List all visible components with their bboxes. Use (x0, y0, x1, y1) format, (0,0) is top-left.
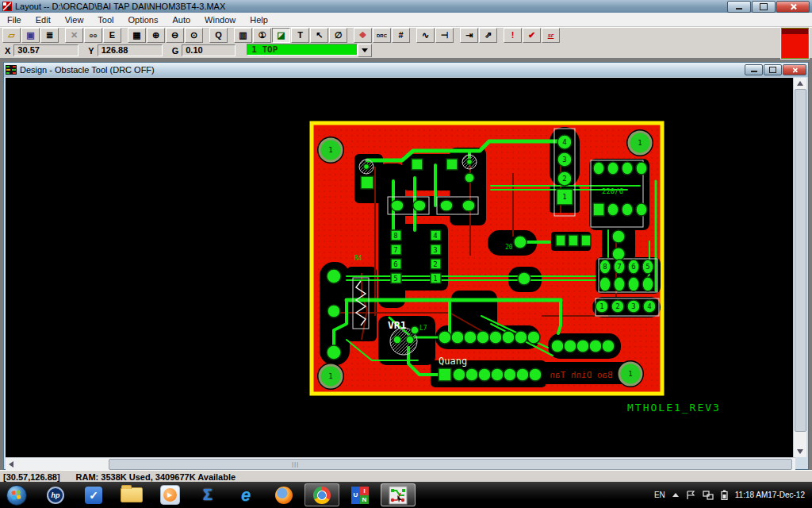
minimize-button[interactable] (727, 1, 751, 13)
author-mirrored-label: Bao Dinh Tan (550, 370, 612, 380)
window-title: Layout -- D:\ORCAD\BAI TAP DAI\NHOM3BT4-… (15, 2, 225, 11)
action-center-button[interactable] (686, 491, 695, 500)
taskbar-item-media-player[interactable]: ▶ (152, 483, 187, 506)
svg-text:1: 1 (638, 139, 642, 147)
menu-bar: File Edit View Tool Options Auto Window … (0, 13, 812, 27)
taskbar-item-sigma[interactable]: Σ (190, 483, 225, 506)
pin-tool-button[interactable]: ① (253, 28, 271, 43)
svg-text:1: 1 (328, 146, 332, 154)
hidden-icons-button[interactable] (672, 493, 679, 497)
system-tray: EN 11:18 AM 17-Dec-12 (654, 490, 812, 500)
taskbar-item-explorer[interactable] (114, 483, 149, 506)
media-player-icon: ▶ (160, 485, 180, 505)
query-button[interactable]: Q (209, 28, 228, 43)
clock[interactable]: 11:18 AM 17-Dec-12 (735, 491, 805, 500)
sigma-icon: Σ (203, 486, 213, 504)
obstacle-tool-button[interactable]: ◪ (272, 28, 290, 43)
taskbar-item-chrome[interactable] (304, 483, 339, 506)
taskbar-item-unikey[interactable]: U I N (343, 483, 377, 506)
menu-tool[interactable]: Tool (90, 14, 121, 25)
horizontal-scrollbar[interactable]: ||| (6, 457, 795, 470)
edit-button[interactable]: E (103, 28, 121, 43)
checkmark-icon: ✓ (85, 487, 102, 504)
connection-tool-button[interactable]: ↖ (310, 28, 328, 43)
vertical-scrollbar[interactable] (793, 78, 806, 457)
zoom-all-button[interactable]: ⊙ (185, 28, 203, 43)
toolbar: ▱ ▣ ≣ ✕ ⊙⊙ E ▦ ⊕ ⊖ ⊙ Q ▥ ① ◪ T ↖ ∅ ❖ DRC… (0, 27, 812, 43)
zoom-in-button[interactable]: ⊕ (147, 28, 165, 43)
save-button[interactable]: ▣ (21, 28, 40, 43)
svg-text:3: 3 (562, 156, 566, 164)
open-button[interactable]: ▱ (2, 28, 21, 43)
design-restore-button[interactable] (764, 64, 782, 75)
quang-label: Quang (439, 356, 467, 367)
shove-track-button[interactable]: ∿ (416, 28, 435, 43)
network-icon (703, 491, 714, 500)
scroll-left-icon[interactable] (9, 461, 13, 468)
network-button[interactable] (703, 491, 714, 500)
design-minimize-button[interactable] (745, 64, 763, 75)
maximize-button[interactable] (752, 1, 776, 13)
error-markers-button[interactable]: ! (504, 28, 522, 43)
reconnect-mode-button[interactable]: # (392, 28, 410, 43)
design-window-title-bar: Design - Obstacle Tool (DRC OFF) (4, 63, 808, 77)
color-settings-button[interactable]: ❖ (354, 28, 372, 43)
chevron-up-icon (672, 493, 679, 497)
taskbar-item-hp[interactable]: hp (38, 483, 73, 506)
svg-text:7: 7 (617, 263, 621, 271)
taskbar-item-firefox[interactable] (266, 483, 301, 506)
unikey-icon: U I N (351, 487, 369, 504)
slide-mode-button[interactable]: ⇗ (479, 28, 497, 43)
svg-text:6: 6 (631, 263, 635, 271)
design-close-button[interactable] (783, 64, 806, 75)
menu-options[interactable]: Options (121, 14, 166, 25)
horizontal-scrollbar-thumb[interactable]: ||| (109, 459, 792, 470)
battery-button[interactable] (721, 490, 728, 500)
edit-segment-button[interactable]: ⊣ (435, 28, 454, 43)
drc-check-button[interactable]: ✔ (523, 28, 541, 43)
start-button[interactable] (6, 485, 27, 506)
delete-button[interactable]: ✕ (65, 28, 83, 43)
sf-button[interactable]: SF (542, 28, 560, 43)
svg-text:3: 3 (433, 246, 437, 254)
scroll-up-icon[interactable] (797, 81, 803, 86)
text-tool-button[interactable]: T (291, 28, 309, 43)
layer-dropdown-button[interactable] (358, 44, 372, 57)
error-tool-button[interactable]: ∅ (329, 28, 347, 43)
l7-label: L7 (419, 325, 427, 332)
library-manager-button[interactable]: ≣ (40, 28, 59, 43)
vertical-scrollbar-thumb[interactable] (795, 89, 806, 432)
menu-edit[interactable]: Edit (29, 14, 58, 25)
svg-text:2: 2 (615, 302, 619, 310)
pcb-design-canvas[interactable]: 1 1 1 1 4 3 2 1 8 7 6 5 4 3 2 1 8 7 6 5 … (6, 78, 795, 457)
scroll-down-icon[interactable] (797, 449, 803, 454)
language-indicator[interactable]: EN (654, 491, 665, 499)
spreadsheet-button[interactable]: ▦ (128, 28, 146, 43)
menu-help[interactable]: Help (243, 14, 275, 25)
layer-dropdown[interactable]: 1 TOP (247, 44, 372, 57)
flag-icon (686, 491, 695, 500)
firefox-icon (275, 487, 293, 504)
taskbar-item-notes[interactable]: ✓ (76, 483, 111, 506)
close-button[interactable] (776, 1, 810, 13)
taskbar-item-orcad-layout[interactable] (381, 483, 416, 506)
add-edit-route-button[interactable]: ⇥ (460, 28, 478, 43)
component-tool-button[interactable]: ▥ (234, 28, 252, 43)
zoom-out-button[interactable]: ⊖ (166, 28, 184, 43)
drc-color-box[interactable] (781, 28, 809, 59)
svg-text:3: 3 (631, 302, 635, 310)
menu-auto[interactable]: Auto (165, 14, 197, 25)
svg-text:1: 1 (328, 372, 332, 380)
menu-file[interactable]: File (0, 14, 29, 25)
svg-text:1: 1 (433, 275, 437, 283)
menu-view[interactable]: View (58, 14, 91, 25)
transformer-label: 220/6 (602, 187, 623, 195)
r4-label: R4 (354, 255, 362, 262)
online-drc-button[interactable]: DRC (373, 28, 391, 43)
cursor-coordinates: [30.57,126.88] (3, 472, 60, 482)
taskbar-item-internet-explorer[interactable]: e (228, 483, 263, 506)
find-button[interactable]: ⊙⊙ (84, 28, 102, 43)
svg-text:7: 7 (393, 246, 397, 254)
menu-window[interactable]: Window (197, 14, 243, 25)
svg-text:4: 4 (647, 302, 651, 310)
